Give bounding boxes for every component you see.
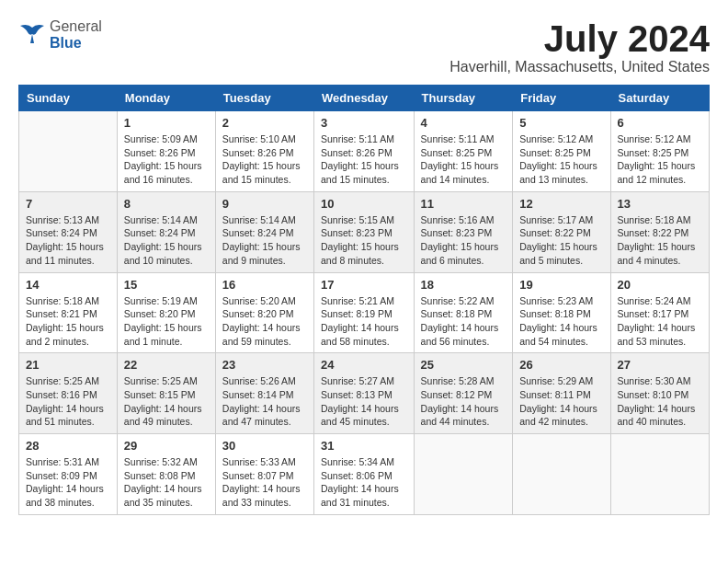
day-number: 14: [26, 278, 110, 292]
calendar-cell: 20Sunrise: 5:24 AM Sunset: 8:17 PM Dayli…: [610, 272, 709, 353]
day-info: Sunrise: 5:14 AM Sunset: 8:24 PM Dayligh…: [222, 213, 307, 268]
calendar-cell: 27Sunrise: 5:30 AM Sunset: 8:10 PM Dayli…: [610, 353, 709, 434]
calendar-cell: 10Sunrise: 5:15 AM Sunset: 8:23 PM Dayli…: [314, 191, 415, 272]
calendar-cell: 30Sunrise: 5:33 AM Sunset: 8:07 PM Dayli…: [215, 434, 313, 515]
day-info: Sunrise: 5:34 AM Sunset: 8:06 PM Dayligh…: [321, 455, 407, 510]
calendar-cell: 8Sunrise: 5:14 AM Sunset: 8:24 PM Daylig…: [117, 191, 215, 272]
day-number: 6: [618, 116, 702, 130]
calendar-cell: 29Sunrise: 5:32 AM Sunset: 8:08 PM Dayli…: [117, 434, 215, 515]
day-info: Sunrise: 5:22 AM Sunset: 8:18 PM Dayligh…: [421, 294, 506, 349]
day-number: 10: [321, 197, 407, 211]
day-number: 28: [26, 439, 110, 453]
day-number: 1: [124, 116, 209, 130]
calendar-header-monday: Monday: [117, 86, 215, 111]
calendar-cell: 21Sunrise: 5:25 AM Sunset: 8:16 PM Dayli…: [19, 353, 118, 434]
day-info: Sunrise: 5:12 AM Sunset: 8:25 PM Dayligh…: [519, 132, 603, 187]
day-number: 23: [222, 358, 307, 372]
day-number: 17: [321, 278, 407, 292]
day-info: Sunrise: 5:31 AM Sunset: 8:09 PM Dayligh…: [26, 455, 110, 510]
page-header: General Blue July 2024 Haverhill, Massac…: [18, 18, 710, 75]
day-info: Sunrise: 5:28 AM Sunset: 8:12 PM Dayligh…: [421, 374, 506, 429]
day-info: Sunrise: 5:17 AM Sunset: 8:22 PM Dayligh…: [519, 213, 603, 268]
day-number: 15: [124, 278, 209, 292]
day-info: Sunrise: 5:32 AM Sunset: 8:08 PM Dayligh…: [124, 455, 209, 510]
day-number: 8: [124, 197, 209, 211]
calendar-header-thursday: Thursday: [414, 86, 513, 111]
day-info: Sunrise: 5:15 AM Sunset: 8:23 PM Dayligh…: [321, 213, 407, 268]
day-number: 4: [421, 116, 506, 130]
location-title: Haverhill, Massachusetts, United States: [449, 59, 710, 75]
calendar-cell: [414, 434, 513, 515]
month-title: July 2024: [449, 18, 710, 59]
day-number: 25: [421, 358, 506, 372]
calendar-cell: 2Sunrise: 5:10 AM Sunset: 8:26 PM Daylig…: [215, 111, 313, 192]
day-info: Sunrise: 5:27 AM Sunset: 8:13 PM Dayligh…: [321, 374, 407, 429]
calendar-cell: 19Sunrise: 5:23 AM Sunset: 8:18 PM Dayli…: [513, 272, 610, 353]
calendar-cell: 28Sunrise: 5:31 AM Sunset: 8:09 PM Dayli…: [19, 434, 118, 515]
day-number: 24: [321, 358, 407, 372]
calendar-cell: 6Sunrise: 5:12 AM Sunset: 8:25 PM Daylig…: [610, 111, 709, 192]
day-number: 9: [222, 197, 307, 211]
day-number: 26: [519, 358, 603, 372]
day-info: Sunrise: 5:18 AM Sunset: 8:22 PM Dayligh…: [618, 213, 702, 268]
day-info: Sunrise: 5:23 AM Sunset: 8:18 PM Dayligh…: [519, 294, 603, 349]
calendar-week-row: 1Sunrise: 5:09 AM Sunset: 8:26 PM Daylig…: [19, 111, 710, 192]
day-info: Sunrise: 5:20 AM Sunset: 8:20 PM Dayligh…: [222, 294, 307, 349]
day-number: 21: [26, 358, 110, 372]
day-info: Sunrise: 5:25 AM Sunset: 8:15 PM Dayligh…: [124, 374, 209, 429]
calendar-header-saturday: Saturday: [610, 86, 709, 111]
day-info: Sunrise: 5:13 AM Sunset: 8:24 PM Dayligh…: [26, 213, 110, 268]
calendar-header-friday: Friday: [513, 86, 610, 111]
day-info: Sunrise: 5:11 AM Sunset: 8:26 PM Dayligh…: [321, 132, 407, 187]
calendar-header-tuesday: Tuesday: [215, 86, 313, 111]
day-info: Sunrise: 5:11 AM Sunset: 8:25 PM Dayligh…: [421, 132, 506, 187]
day-number: 16: [222, 278, 307, 292]
day-info: Sunrise: 5:09 AM Sunset: 8:26 PM Dayligh…: [124, 132, 209, 187]
day-number: 19: [519, 278, 603, 292]
calendar-cell: 25Sunrise: 5:28 AM Sunset: 8:12 PM Dayli…: [414, 353, 513, 434]
calendar-cell: 22Sunrise: 5:25 AM Sunset: 8:15 PM Dayli…: [117, 353, 215, 434]
day-number: 11: [421, 197, 506, 211]
calendar-cell: 18Sunrise: 5:22 AM Sunset: 8:18 PM Dayli…: [414, 272, 513, 353]
calendar-cell: 13Sunrise: 5:18 AM Sunset: 8:22 PM Dayli…: [610, 191, 709, 272]
calendar-cell: 1Sunrise: 5:09 AM Sunset: 8:26 PM Daylig…: [117, 111, 215, 192]
day-info: Sunrise: 5:19 AM Sunset: 8:20 PM Dayligh…: [124, 294, 209, 349]
day-info: Sunrise: 5:21 AM Sunset: 8:19 PM Dayligh…: [321, 294, 407, 349]
calendar-cell: 23Sunrise: 5:26 AM Sunset: 8:14 PM Dayli…: [215, 353, 313, 434]
logo: General Blue: [18, 18, 102, 51]
calendar-cell: 7Sunrise: 5:13 AM Sunset: 8:24 PM Daylig…: [19, 191, 118, 272]
day-info: Sunrise: 5:30 AM Sunset: 8:10 PM Dayligh…: [618, 374, 702, 429]
day-number: 22: [124, 358, 209, 372]
calendar-header-wednesday: Wednesday: [314, 86, 415, 111]
logo-text: General Blue: [50, 18, 102, 51]
day-number: 30: [222, 439, 307, 453]
calendar-cell: 15Sunrise: 5:19 AM Sunset: 8:20 PM Dayli…: [117, 272, 215, 353]
calendar-cell: 5Sunrise: 5:12 AM Sunset: 8:25 PM Daylig…: [513, 111, 610, 192]
calendar-cell: 9Sunrise: 5:14 AM Sunset: 8:24 PM Daylig…: [215, 191, 313, 272]
day-number: 29: [124, 439, 209, 453]
calendar-cell: 14Sunrise: 5:18 AM Sunset: 8:21 PM Dayli…: [19, 272, 118, 353]
day-info: Sunrise: 5:29 AM Sunset: 8:11 PM Dayligh…: [519, 374, 603, 429]
day-number: 18: [421, 278, 506, 292]
calendar-header-row: SundayMondayTuesdayWednesdayThursdayFrid…: [19, 86, 710, 111]
day-info: Sunrise: 5:33 AM Sunset: 8:07 PM Dayligh…: [222, 455, 307, 510]
title-section: July 2024 Haverhill, Massachusetts, Unit…: [449, 18, 710, 75]
calendar-table: SundayMondayTuesdayWednesdayThursdayFrid…: [18, 85, 710, 515]
calendar-cell: 16Sunrise: 5:20 AM Sunset: 8:20 PM Dayli…: [215, 272, 313, 353]
calendar-cell: 11Sunrise: 5:16 AM Sunset: 8:23 PM Dayli…: [414, 191, 513, 272]
calendar-cell: 4Sunrise: 5:11 AM Sunset: 8:25 PM Daylig…: [414, 111, 513, 192]
calendar-cell: 3Sunrise: 5:11 AM Sunset: 8:26 PM Daylig…: [314, 111, 415, 192]
calendar-week-row: 28Sunrise: 5:31 AM Sunset: 8:09 PM Dayli…: [19, 434, 710, 515]
day-info: Sunrise: 5:25 AM Sunset: 8:16 PM Dayligh…: [26, 374, 110, 429]
calendar-cell: 31Sunrise: 5:34 AM Sunset: 8:06 PM Dayli…: [314, 434, 415, 515]
day-number: 31: [321, 439, 407, 453]
day-number: 3: [321, 116, 407, 130]
day-number: 5: [519, 116, 603, 130]
calendar-cell: [513, 434, 610, 515]
calendar-cell: [19, 111, 118, 192]
day-number: 12: [519, 197, 603, 211]
calendar-week-row: 7Sunrise: 5:13 AM Sunset: 8:24 PM Daylig…: [19, 191, 710, 272]
calendar-cell: 24Sunrise: 5:27 AM Sunset: 8:13 PM Dayli…: [314, 353, 415, 434]
calendar-cell: 12Sunrise: 5:17 AM Sunset: 8:22 PM Dayli…: [513, 191, 610, 272]
day-info: Sunrise: 5:14 AM Sunset: 8:24 PM Dayligh…: [124, 213, 209, 268]
